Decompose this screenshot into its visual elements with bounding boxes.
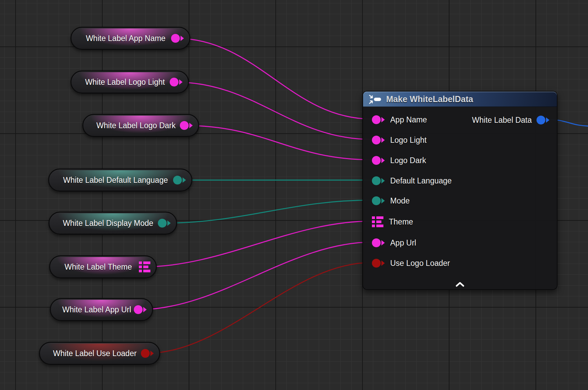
getter-node-white-label-logo-dark[interactable]: White Label Logo Dark [82, 114, 199, 137]
output-pin-white-label-default-language[interactable] [173, 176, 186, 184]
output-row-white-label-data: White Label Data [472, 112, 549, 128]
input-pin-label: Logo Dark [390, 156, 426, 165]
input-pin-label: Default Language [390, 176, 452, 186]
input-pin-label: Mode [390, 196, 410, 206]
wire[interactable] [176, 38, 372, 119]
chevron-up-icon [455, 282, 465, 287]
input-pin-app-url[interactable] [372, 238, 385, 247]
input-row-logo-light: Logo Light [372, 132, 426, 148]
output-pin-white-label-display-mode[interactable] [158, 219, 171, 228]
input-pin-use-logo-loader[interactable] [372, 259, 385, 268]
output-pin-white-label-app-url[interactable] [134, 305, 147, 314]
input-row-app-url: App Url [372, 235, 416, 251]
getter-node-white-label-theme[interactable]: White Label Theme [49, 255, 157, 278]
getter-node-white-label-app-url[interactable]: White Label App Url [50, 298, 153, 321]
collapse-chevron-button[interactable] [363, 282, 557, 287]
output-pin-white-label-theme-struct-icon[interactable] [139, 261, 150, 272]
input-row-mode: Mode [372, 193, 410, 209]
getter-node-white-label-logo-light[interactable]: White Label Logo Light [70, 71, 189, 94]
input-row-logo-dark: Logo Dark [372, 152, 426, 169]
input-pin-label: Theme [389, 217, 413, 227]
getter-node-white-label-display-mode[interactable]: White Label Display Mode [48, 212, 177, 235]
input-pin-label: App Name [390, 115, 427, 124]
wire[interactable] [163, 200, 372, 223]
wire[interactable] [139, 242, 372, 310]
output-pin-white-label-logo-light[interactable] [170, 78, 183, 86]
input-pin-label: Use Logo Loader [390, 259, 450, 268]
getter-node-white-label-app-name[interactable]: White Label App Name [70, 27, 190, 50]
input-pin-label: Logo Light [390, 136, 426, 145]
input-pin-mode[interactable] [372, 196, 385, 205]
input-pin-logo-light[interactable] [372, 136, 385, 144]
output-pin-white-label-logo-dark[interactable] [180, 121, 193, 130]
wire[interactable] [185, 125, 372, 160]
input-row-use-logo-loader: Use Logo Loader [372, 255, 450, 271]
output-pin-label: White Label Data [472, 116, 532, 125]
wire[interactable] [142, 221, 372, 267]
input-pin-label: App Url [390, 238, 416, 248]
getter-node-white-label-default-language[interactable]: White Label Default Language [48, 169, 192, 192]
output-pin-white-label-data[interactable] [537, 116, 549, 124]
make-whitelabeldata-node[interactable]: Make WhiteLabelData App Name Logo Light … [362, 91, 558, 290]
input-row-theme: Theme [372, 214, 413, 230]
node-header[interactable]: Make WhiteLabelData [363, 92, 557, 107]
input-row-app-name: App Name [372, 112, 427, 128]
blueprint-canvas[interactable]: White Label App Name White Label Logo Li… [0, 0, 588, 390]
getter-label: White Label Default Language [49, 176, 191, 185]
input-pin-default-language[interactable] [372, 176, 385, 185]
wire[interactable] [174, 82, 372, 139]
make-struct-icon [369, 95, 382, 104]
input-row-default-language: Default Language [372, 173, 452, 189]
input-pin-app-name[interactable] [372, 115, 385, 124]
wire[interactable] [146, 262, 372, 353]
input-pin-theme-struct-icon[interactable] [372, 216, 383, 227]
output-pin-white-label-app-name[interactable] [171, 34, 184, 43]
getter-label: White Label Display Mode [49, 219, 176, 228]
input-pin-logo-dark[interactable] [372, 156, 385, 165]
output-pin-white-label-use-loader[interactable] [141, 349, 154, 358]
getter-node-white-label-use-loader[interactable]: White Label Use Loader [39, 342, 160, 365]
node-title: Make WhiteLabelData [386, 94, 473, 104]
